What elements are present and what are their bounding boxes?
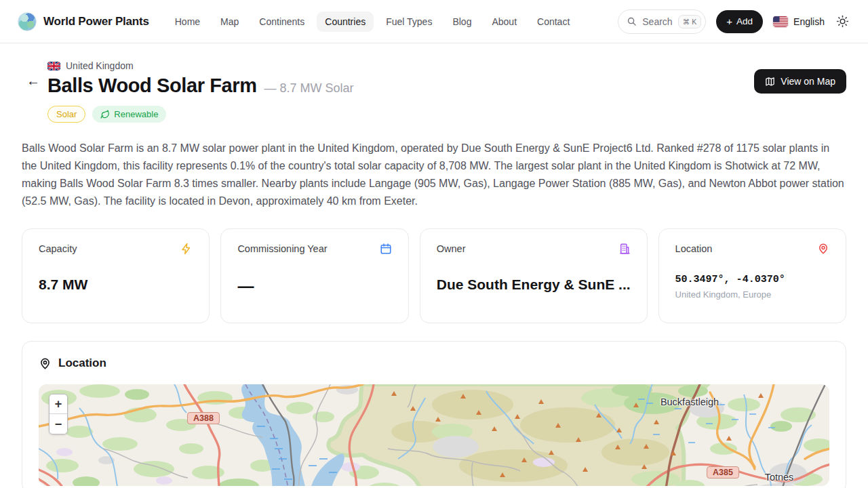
page-subtitle: — 8.7 MW Solar [264, 81, 354, 96]
sun-icon [836, 15, 849, 28]
zoom-out-button[interactable]: − [50, 414, 67, 434]
uk-flag-icon [47, 62, 60, 70]
capacity-card: Capacity 8.7 MW [22, 228, 210, 323]
back-button[interactable]: ← [22, 69, 45, 92]
commissioning-year-card: Commissioning Year — [220, 228, 408, 323]
location-label: Location [675, 243, 713, 254]
road-label-a388: A388 [187, 412, 220, 424]
page-title: Balls Wood Solar Farm [47, 75, 257, 97]
nav-item-fuel-types[interactable]: Fuel Types [378, 12, 440, 32]
location-section-title: Location [58, 357, 106, 370]
language-selector[interactable]: English [773, 16, 825, 27]
pin-icon [817, 243, 829, 255]
building-icon [618, 243, 631, 255]
owner-value: Due South Energy & SunE ... [437, 277, 631, 293]
renewable-badge-label: Renewable [114, 109, 158, 119]
plant-description: Balls Wood Solar Farm is an 8.7 MW solar… [22, 140, 846, 210]
nav-item-home[interactable]: Home [167, 12, 208, 32]
road-label-a385: A385 [707, 466, 739, 479]
nav-item-blog[interactable]: Blog [444, 12, 479, 32]
nav-item-continents[interactable]: Continents [251, 12, 313, 32]
view-on-map-button[interactable]: View on Map [754, 69, 846, 94]
lightning-icon [180, 243, 193, 255]
us-flag-icon [773, 16, 788, 27]
app-logo-icon [18, 12, 37, 31]
add-button-label: Add [736, 16, 753, 26]
commissioning-year-value: — [237, 277, 391, 296]
navbar: World Power Plants Home Map Continents C… [0, 0, 868, 43]
plant-header: ← United Kingdom Balls Wood Solar Farm —… [22, 60, 846, 123]
capacity-value: 8.7 MW [39, 277, 193, 293]
main-nav: Home Map Continents Countries Fuel Types… [167, 12, 578, 32]
add-button[interactable]: + Add [716, 10, 763, 33]
plant-detail-page: ← United Kingdom Balls Wood Solar Farm —… [0, 43, 868, 488]
search-placeholder: Search [642, 16, 672, 27]
town-label-buckfastleigh: Buckfastleigh [649, 396, 730, 407]
coordinates-value: 50.3497°, -4.0370° [675, 274, 829, 285]
nav-item-about[interactable]: About [484, 12, 525, 32]
search-input[interactable]: Search ⌘ K [618, 9, 706, 34]
leaf-icon [100, 110, 110, 119]
plus-icon: + [726, 16, 732, 26]
nav-item-map[interactable]: Map [212, 12, 247, 32]
owner-card: Owner Due South Energy & SunE ... [420, 228, 648, 323]
stat-cards: Capacity 8.7 MW Commissioning Year — Own… [22, 228, 846, 323]
commissioning-year-label: Commissioning Year [237, 243, 327, 254]
language-label: English [793, 16, 825, 27]
view-on-map-label: View on Map [781, 76, 835, 87]
capacity-label: Capacity [39, 243, 77, 254]
nav-item-countries[interactable]: Countries [317, 12, 374, 32]
location-region: United Kingdom, Europe [675, 289, 829, 300]
renewable-badge[interactable]: Renewable [92, 106, 166, 123]
location-section: Location [22, 341, 846, 488]
map-icon [765, 77, 775, 87]
town-label-totnes: Totnes [755, 472, 803, 483]
map-zoom-control: + − [49, 394, 68, 434]
search-shortcut-badge: ⌘ K [678, 15, 701, 28]
app-title: World Power Plants [43, 15, 149, 28]
fuel-type-badge[interactable]: Solar [47, 106, 85, 123]
calendar-icon [380, 243, 392, 255]
location-pin-icon [39, 357, 52, 370]
nav-item-contact[interactable]: Contact [529, 12, 578, 32]
search-icon [627, 16, 637, 26]
location-stat-card: Location 50.3497°, -4.0370° United Kingd… [658, 228, 846, 323]
theme-toggle-button[interactable] [835, 14, 850, 29]
fuel-type-badge-label: Solar [56, 109, 77, 119]
zoom-in-button[interactable]: + [50, 394, 67, 414]
map-canvas[interactable]: A388 A385 Buckfastleigh Totnes + − [39, 384, 829, 486]
owner-label: Owner [437, 243, 466, 254]
breadcrumb-country[interactable]: United Kingdom [66, 60, 134, 71]
